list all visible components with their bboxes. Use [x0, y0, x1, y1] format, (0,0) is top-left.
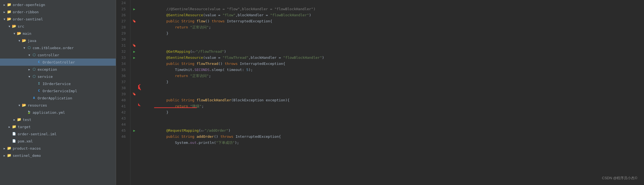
gutter-46: [130, 134, 138, 140]
tree-item-exception[interactable]: ▶ ⬡ exception: [0, 66, 116, 73]
folder-icon: 📁: [7, 9, 12, 14]
tree-item-package-root[interactable]: ▼ ⬡ com.itbluebox.order: [0, 44, 116, 51]
gutter-33[interactable]: ▶: [130, 55, 138, 61]
code-line-28: }: [140, 24, 644, 30]
line-num-45: 45: [116, 128, 127, 134]
java-class-icon: C: [36, 60, 41, 65]
tree-label-sentinel-demo: sentinel_demo: [13, 154, 41, 158]
tree-item-iorder-service[interactable]: I IOrderService: [0, 80, 116, 87]
line-num-38: 38: [116, 85, 127, 91]
gutter-37: [130, 79, 138, 85]
java-app-icon: A: [31, 96, 36, 101]
tree-arrow-resources: ▼: [17, 104, 22, 107]
code-line-29: [140, 30, 644, 36]
gutter-32[interactable]: ▶: [130, 49, 138, 55]
tree-label-resources: resources: [28, 103, 47, 107]
line-num-35: 35: [116, 67, 127, 73]
gutter-35: [130, 67, 138, 73]
line-num-39: 39: [116, 91, 127, 97]
tree-arrow-exception: ▶: [27, 68, 31, 71]
tree-item-controller[interactable]: ▼ ⬡ controller: [0, 51, 116, 59]
gutter-24: [130, 0, 138, 6]
target-folder-icon: 📁: [12, 124, 17, 129]
tree-label-order-application: OrderApplication: [38, 96, 72, 100]
code-line-44: @RequestMapping(⊙✓"/addOrder"): [140, 121, 644, 128]
gutter-38: [130, 85, 138, 91]
gutter-panel: ▶ 🔖 🔖 ▶ ▶ 🔖 ▶: [130, 0, 138, 185]
gutter-36: [130, 73, 138, 79]
tree-item-application-yml[interactable]: 🍃 application.yml: [0, 109, 116, 116]
tree-item-order-ribbon[interactable]: ▶ 📁 order-ribbon: [0, 8, 116, 15]
gutter-31: 🔖: [130, 43, 138, 49]
gutter-41: [130, 103, 138, 109]
gutter-39: 🔖: [130, 91, 138, 97]
code-line-31: @GetMapping(⊙✓"/flowThread"): [140, 43, 644, 49]
tree-item-main[interactable]: ▼ 📂 main: [0, 30, 116, 37]
gutter-25[interactable]: ▶: [130, 6, 138, 12]
package-icon: ⬡: [27, 45, 31, 50]
line-num-40: 40: [116, 97, 127, 103]
tree-arrow-test: ▶: [12, 118, 17, 121]
tree-item-order-sentinel-iml[interactable]: 📄 order-sentinel.iml: [0, 130, 116, 138]
tree-item-test[interactable]: ▶ 📁 test: [0, 116, 116, 123]
gutter-45[interactable]: ▶: [130, 128, 138, 134]
tree-item-order-openfeign[interactable]: ▶ 📁 order-openfeign: [0, 1, 116, 8]
tree-arrow-order-openfeign: ▶: [2, 3, 7, 6]
tree-item-pom-xml[interactable]: 📄 pom.xml: [0, 138, 116, 145]
tree-item-src[interactable]: ▼ 📂 src: [0, 23, 116, 30]
gutter-44: [130, 121, 138, 128]
tree-label-order-openfeign: order-openfeign: [13, 3, 45, 7]
code-content[interactable]: //@SentinelResource(value = "flow",block…: [138, 0, 644, 185]
tree-label-target: target: [18, 125, 31, 129]
tree-label-product-nacos: product-nacos: [13, 146, 41, 150]
java-class-icon2: C: [36, 88, 41, 93]
xml-file-icon: 📄: [12, 139, 17, 144]
tree-item-service[interactable]: ▼ ⬡ service: [0, 73, 116, 80]
line-num-46: 46: [116, 134, 127, 140]
tree-item-product-nacos[interactable]: ▶ 📁 product-nacos: [0, 145, 116, 152]
tree-item-order-application[interactable]: A OrderApplication: [0, 94, 116, 102]
gutter-43: [130, 115, 138, 121]
folder-open-icon: 📂: [7, 17, 12, 22]
folder-open-icon: 📂: [17, 31, 22, 36]
tree-arrow-service: ▼: [27, 75, 31, 78]
folder-open-icon: 📂: [22, 38, 27, 43]
code-line-36: }: [140, 73, 644, 79]
code-editor: 24 25 26 27 28 29 30 31 32 33 34 35 36 3…: [116, 0, 644, 185]
iml-file-icon: 📄: [12, 131, 17, 136]
line-num-25: 25: [116, 6, 127, 12]
tree-item-order-service-impl[interactable]: C OrderServiceImpl: [0, 87, 116, 94]
line-num-27: 27: [116, 18, 127, 24]
tree-item-order-sentinel[interactable]: ▼ 📂 order-sentinel: [0, 15, 116, 23]
gutter-27: 🔖: [130, 18, 138, 24]
code-line-41: }: [140, 103, 644, 109]
tree-label-test: test: [23, 118, 31, 122]
package-icon: ⬡: [31, 74, 36, 79]
line-num-36: 36: [116, 73, 127, 79]
gutter-29: [130, 30, 138, 36]
line-num-26: 26: [116, 12, 127, 18]
tree-arrow-controller: ▼: [27, 54, 31, 57]
tree-label-java: java: [28, 39, 36, 43]
tree-item-java[interactable]: ▼ 📂 java: [0, 37, 116, 44]
tree-label-service: service: [38, 75, 53, 79]
line-num-34: 34: [116, 61, 127, 67]
tree-item-sentinel-demo[interactable]: ▶ 📁 sentinel_demo: [0, 152, 116, 159]
tree-item-order-controller[interactable]: C OrderController: [0, 59, 116, 66]
gutter-40: [130, 97, 138, 103]
tree-item-target[interactable]: ▶ 📁 target: [0, 123, 116, 130]
folder-icon: 📁: [7, 153, 12, 158]
tree-label-order-service-impl: OrderServiceImpl: [43, 89, 77, 93]
line-num-31: 31: [116, 43, 127, 49]
tree-arrow-product-nacos: ▶: [2, 147, 7, 150]
tree-label-pom-xml: pom.xml: [18, 139, 33, 143]
file-tree-sidebar: ▶ 📁 order-openfeign ▶ 📁 order-ribbon ▼ 📂…: [0, 0, 116, 185]
tree-item-resources[interactable]: ▼ 📂 resources: [0, 102, 116, 109]
tree-label-order-sentinel-iml: order-sentinel.iml: [18, 132, 57, 136]
code-line-39: public String flowBlockHandler(BlockExce…: [140, 91, 644, 97]
tree-label-order-ribbon: order-ribbon: [13, 10, 39, 14]
code-text: //@SentinelResource(value = "flow",block…: [158, 7, 316, 11]
tree-label-order-sentinel: order-sentinel: [13, 17, 43, 21]
folder-open-icon: 📂: [12, 24, 17, 29]
line-num-43: 43: [116, 115, 127, 121]
